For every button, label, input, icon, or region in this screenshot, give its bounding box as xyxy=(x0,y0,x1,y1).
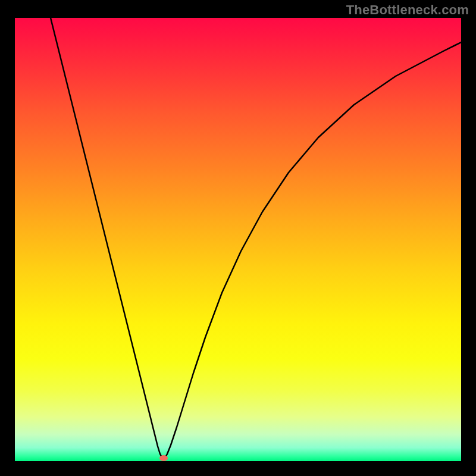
minimum-marker xyxy=(159,455,168,461)
chart-svg xyxy=(15,18,461,461)
watermark-text: TheBottleneck.com xyxy=(346,2,469,18)
plot-area xyxy=(15,18,461,461)
curve-line xyxy=(51,18,461,458)
chart-frame: TheBottleneck.com xyxy=(0,0,476,476)
